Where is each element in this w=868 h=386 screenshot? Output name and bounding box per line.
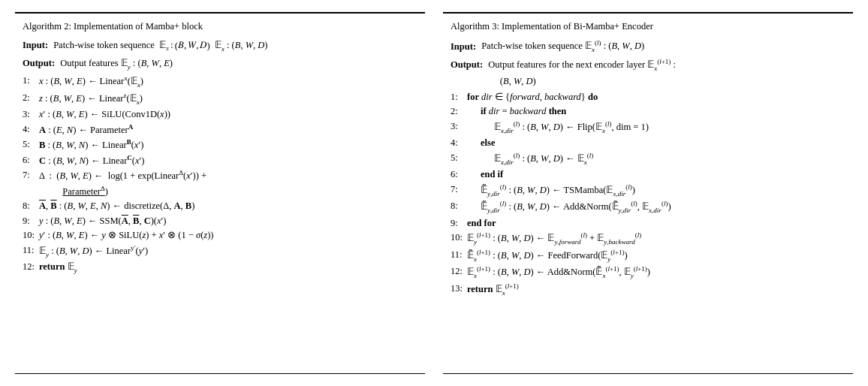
algorithm-2: Algorithm 2: Implementation of Mamba+ bl… [15,12,425,374]
algo2-line5: 5: B : (B, W, N) ← LinearB(x′) [23,137,417,153]
algo2-title: Algorithm 2: Implementation of Mamba+ bl… [23,20,417,34]
algo3-line12: 12: 𝔼x(l+1) : (B, W, D) ← Add&Norm(𝔼̃x(l… [451,264,845,282]
algo3-line2: 2: if dir = backward then [451,104,845,119]
algo2-line6: 6: C : (B, W, N) ← LinearC(x′) [23,153,417,169]
algo2-line8: 8: A, B : (B, W, E, N) ← discretize(Δ, A… [23,199,417,213]
algo2-line3: 3: x′ : (B, W, E) ← SiLU(Conv1D(x)) [23,107,417,122]
algorithm-3: Algorithm 3: Implementation of Bi-Mamba+… [443,12,853,374]
algo3-line6: 6: end if [451,167,845,182]
algo2-line10: 10: y′ : (B, W, E) ← y ⊗ SiLU(z) + x′ ⊗ … [23,228,417,243]
algo3-line8: 8: 𝔼̃y,dir(l) : (B, W, D) ← Add&Norm(𝔼̃y… [451,199,845,216]
algo3-line9: 9: end for [451,216,845,231]
algo3-line7: 7: 𝔼̃y,dir(l) : (B, W, D) ← TSMamba(𝔼x,d… [451,182,845,200]
algo3-output: Output: Output features for the next enc… [451,57,845,89]
algo2-body: Input: Patch-wise token sequence 𝔼x:(B,W… [23,38,417,276]
algo3-line4: 4: else [451,136,845,150]
algo3-line1: 1: for dir ∈ {forward, backward} do [451,90,845,104]
algo3-line5: 5: 𝔼x,dir(l) : (B, W, D) ← 𝔼x(l) [451,151,845,168]
algo3-title: Algorithm 3: Implementation of Bi-Mamba+… [451,20,845,34]
algo2-line11: 11: 𝔼y : (B, W, D) ← Lineary′(y′) [23,243,417,261]
algo2-line12: 12: return 𝔼y [23,260,417,276]
algo3-line10: 10: 𝔼y(l+1) : (B, W, D) ← 𝔼y,forward(l) … [451,231,845,248]
algo3-line3: 3: 𝔼x,dir(l) : (B, W, D) ← Flip(𝔼x(l), d… [451,119,845,137]
algo3-input: Input: Patch-wise token sequence 𝔼x(l) :… [451,38,845,56]
algo2-line9: 9: y : (B, W, E) ← SSM(A, B, C)(x′) [23,214,417,228]
algo3-line11: 11: 𝔼̃x(l+1) : (B, W, D) ← FeedForward(𝔼… [451,248,845,265]
algo2-output: Output: Output features 𝔼y : (B, W, E) [23,56,417,72]
algo3-line13: 13: return 𝔼x(l+1) [451,282,845,299]
algo3-body: Input: Patch-wise token sequence 𝔼x(l) :… [451,38,845,298]
algo2-input: Input: Patch-wise token sequence 𝔼x:(B,W… [23,38,417,54]
algo2-line7: 7: Δ : (B, W, E) ← log(1 + exp(LinearΔ(x… [23,168,417,199]
algo2-line1: 1: x : (B, W, E) ← Linearx(𝔼x) [23,74,417,91]
algo2-line4: 4: A : (E, N) ← ParameterA [23,122,417,138]
algo2-line2: 2: z : (B, W, E) ← Linearz(𝔼x) [23,91,417,108]
